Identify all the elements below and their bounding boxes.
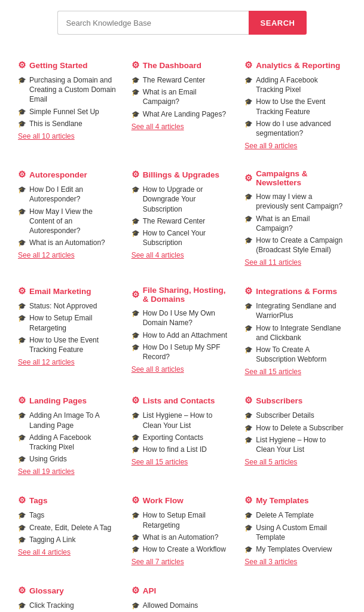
article-link-billings-upgrades-0[interactable]: How to Upgrade or Downgrade Your Subscri… [143,185,233,214]
article-item: 🎓My Templates Overview [244,544,346,554]
see-all-link-subscribers[interactable]: See all 5 articles [244,458,346,466]
category-title-text-my-templates[interactable]: My Templates [256,496,308,505]
article-link-getting-started-1[interactable]: Simple Funnel Set Up [29,107,99,117]
article-link-email-marketing-0[interactable]: Status: Not Approved [29,301,97,311]
article-link-tags-1[interactable]: Create, Edit, Delete A Tag [29,523,111,533]
article-link-autoresponder-2[interactable]: What is an Automation? [29,238,105,247]
article-link-getting-started-0[interactable]: Purchasing a Domain and Creating a Custo… [29,75,120,105]
see-all-link-lists-contacts[interactable]: See all 15 articles [131,458,233,466]
category-title-text-glossary[interactable]: Glossary [29,586,64,595]
category-title-text-analytics-reporting[interactable]: Analytics & Reporting [256,61,340,70]
article-link-work-flow-0[interactable]: How to Setup Email Retargeting [143,510,233,530]
see-all-link-autoresponder[interactable]: See all 12 articles [18,251,120,259]
article-link-lists-contacts-2[interactable]: How to find a List ID [143,445,207,454]
article-link-work-flow-2[interactable]: How to Create a Workflow [143,544,226,554]
category-title-text-billings-upgrades[interactable]: Billings & Upgrades [143,170,219,179]
article-icon: 🎓 [18,185,26,194]
category-block-work-flow: ⚙Work Flow🎓How to Setup Email Retargetin… [126,486,239,577]
see-all-link-file-sharing[interactable]: See all 8 articles [131,365,233,374]
see-all-link-analytics-reporting[interactable]: See all 9 articles [244,142,346,150]
article-link-analytics-reporting-1[interactable]: How to Use the Event Tracking Feature [256,97,346,116]
category-title-text-autoresponder[interactable]: Autoresponder [29,170,87,179]
category-title-text-lists-contacts[interactable]: Lists and Contacts [143,396,215,405]
article-icon: 🎓 [244,324,253,333]
article-item: 🎓How to Setup Email Retargeting [18,313,120,332]
article-link-glossary-0[interactable]: Click Tracking [29,601,74,610]
article-icon: 🎓 [18,433,26,442]
article-link-file-sharing-1[interactable]: How to Add an Attachment [143,331,227,340]
article-link-file-sharing-0[interactable]: How Do I Use My Own Domain Name? [143,308,233,328]
see-all-link-work-flow[interactable]: See all 7 articles [131,558,233,566]
article-link-the-dashboard-1[interactable]: What is an Email Campaign? [143,87,233,106]
see-all-link-my-templates[interactable]: See all 3 articles [244,558,346,566]
article-link-landing-pages-0[interactable]: Adding An Image To A Landing Page [29,411,120,430]
category-block-the-dashboard: ⚙The Dashboard🎓The Reward Center🎓What is… [126,51,239,161]
article-item: 🎓What is an Automation? [131,533,233,542]
category-block-file-sharing: ⚙File Sharing, Hosting, & Domains🎓How Do… [126,277,239,387]
article-link-tags-2[interactable]: Tagging A Link [29,535,75,544]
see-all-link-billings-upgrades[interactable]: See all 4 articles [131,251,233,259]
category-title-text-landing-pages[interactable]: Landing Pages [29,396,87,405]
article-link-my-templates-1[interactable]: Using A Custom Email Template [256,523,346,542]
gear-icon: ⚙ [131,289,139,300]
see-all-link-landing-pages[interactable]: See all 19 articles [18,467,120,476]
article-link-billings-upgrades-2[interactable]: How to Cancel Your Subscription [143,228,233,247]
article-link-email-marketing-1[interactable]: How to Setup Email Retargeting [29,313,120,332]
article-link-email-marketing-2[interactable]: How to Use the Event Tracking Feature [29,335,120,354]
article-link-analytics-reporting-2[interactable]: How do I use advanced segmentation? [256,119,346,138]
article-link-subscribers-0[interactable]: Subscriber Details [256,411,314,420]
article-link-getting-started-2[interactable]: This is Sendlane [29,119,82,128]
search-button[interactable]: SEARCH [249,11,307,35]
search-input[interactable] [57,11,249,35]
category-title-text-campaigns-newsletters[interactable]: Campaigns & Newsletters [256,169,346,187]
article-link-my-templates-2[interactable]: My Templates Overview [256,544,332,554]
article-link-integrations-forms-0[interactable]: Integrating Sendlane and WarriorPlus [256,301,346,320]
article-link-analytics-reporting-0[interactable]: Adding A Facebook Tracking Pixel [256,75,346,94]
see-all-link-integrations-forms[interactable]: See all 15 articles [244,368,346,376]
article-link-autoresponder-1[interactable]: How May I View the Content of an Autores… [29,207,120,236]
article-item: 🎓How to Add an Attachment [131,331,233,340]
article-link-landing-pages-1[interactable]: Adding A Facebook Tracking Pixel [29,433,120,452]
see-all-link-getting-started[interactable]: See all 10 articles [18,132,120,140]
gear-icon: ⚙ [18,495,26,506]
article-link-lists-contacts-0[interactable]: List Hygiene – How to Clean Your List [143,411,233,430]
category-title-text-subscribers[interactable]: Subscribers [256,396,302,405]
article-link-billings-upgrades-1[interactable]: The Reward Center [143,216,206,226]
see-all-link-email-marketing[interactable]: See all 12 articles [18,358,120,366]
category-title-text-email-marketing[interactable]: Email Marketing [29,287,91,296]
article-link-tags-0[interactable]: Tags [29,510,44,520]
article-link-autoresponder-0[interactable]: How Do I Edit an Autoresponder? [29,185,120,204]
article-link-campaigns-newsletters-0[interactable]: How may I view a previously sent Campaig… [256,192,346,211]
article-link-integrations-forms-1[interactable]: How to Integrate Sendlane and Clickbank [256,323,346,342]
see-all-link-the-dashboard[interactable]: See all 4 articles [131,123,233,131]
category-block-analytics-reporting: ⚙Analytics & Reporting🎓Adding A Facebook… [238,51,352,161]
article-link-lists-contacts-1[interactable]: Exporting Contacts [143,433,203,442]
see-all-link-tags[interactable]: See all 4 articles [18,548,120,556]
article-link-work-flow-1[interactable]: What is an Automation? [143,533,219,542]
article-link-subscribers-1[interactable]: How to Delete a Subscriber [256,423,343,433]
category-title-text-tags[interactable]: Tags [29,496,48,505]
article-link-api-0[interactable]: Allowed Domains [143,601,198,610]
article-icon: 🎓 [18,536,26,544]
category-title-text-getting-started[interactable]: Getting Started [29,61,88,70]
article-link-the-dashboard-2[interactable]: What Are Landing Pages? [143,109,226,119]
article-link-campaigns-newsletters-2[interactable]: How to Create a Campaign (Broadcast Styl… [256,235,346,255]
category-title-text-the-dashboard[interactable]: The Dashboard [143,61,201,70]
article-link-my-templates-0[interactable]: Delete A Template [256,510,314,520]
article-link-subscribers-2[interactable]: List Hygiene – How to Clean Your List [256,435,346,454]
article-icon: 🎓 [18,511,26,520]
article-link-landing-pages-2[interactable]: Using Grids [29,454,67,464]
article-icon: 🎓 [18,76,26,85]
article-icon: 🎓 [18,238,26,247]
article-link-campaigns-newsletters-1[interactable]: What is an Email Campaign? [256,214,346,233]
category-title-text-work-flow[interactable]: Work Flow [143,496,183,505]
category-title-text-api[interactable]: API [143,586,157,595]
article-item: 🎓Adding A Facebook Tracking Pixel [18,433,120,452]
category-title-text-file-sharing[interactable]: File Sharing, Hosting, & Domains [143,286,233,304]
article-link-the-dashboard-0[interactable]: The Reward Center [143,75,206,85]
article-link-file-sharing-2[interactable]: How Do I Setup My SPF Record? [143,342,233,362]
article-link-integrations-forms-2[interactable]: How To Create A Subscription Webform [256,345,346,364]
article-item: 🎓Status: Not Approved [18,301,120,311]
see-all-link-campaigns-newsletters[interactable]: See all 11 articles [244,258,346,267]
category-title-text-integrations-forms[interactable]: Integrations & Forms [256,287,337,296]
